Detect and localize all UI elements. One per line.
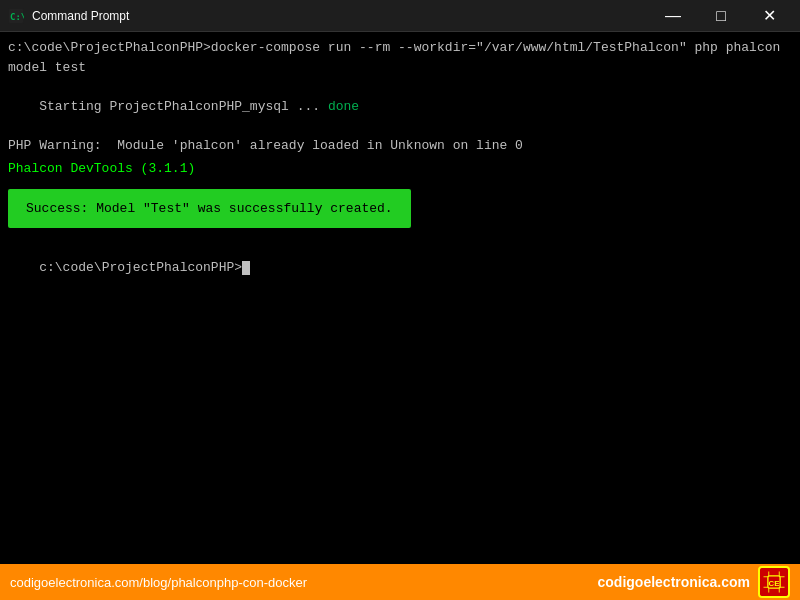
svg-text:CE: CE: [769, 579, 780, 588]
cursor: [242, 261, 250, 275]
success-container: Success: Model "Test" was successfully c…: [8, 183, 792, 239]
done-text: done: [328, 99, 359, 114]
success-box: Success: Model "Test" was successfully c…: [8, 189, 411, 229]
footer-logo: CE: [758, 566, 790, 598]
terminal-area: c:\code\ProjectPhalconPHP>docker-compose…: [0, 32, 800, 564]
titlebar: C:\ Command Prompt — □ ✕: [0, 0, 800, 32]
devtools-line: Phalcon DevTools (3.1.1): [8, 159, 792, 179]
footer-right: codigoelectronica.com CE: [598, 566, 790, 598]
maximize-button[interactable]: □: [698, 0, 744, 32]
titlebar-controls: — □ ✕: [650, 0, 792, 32]
minimize-button[interactable]: —: [650, 0, 696, 32]
close-button[interactable]: ✕: [746, 0, 792, 32]
footer-url: codigoelectronica.com/blog/phalconphp-co…: [10, 575, 307, 590]
warning-line: PHP Warning: Module 'phalcon' already lo…: [8, 136, 792, 156]
svg-text:C:\: C:\: [10, 12, 24, 22]
cmd-icon: C:\: [8, 8, 24, 24]
footer-brand: codigoelectronica.com: [598, 574, 750, 590]
footer: codigoelectronica.com/blog/phalconphp-co…: [0, 564, 800, 600]
titlebar-title: Command Prompt: [32, 9, 650, 23]
starting-line: Starting ProjectPhalconPHP_mysql ... don…: [8, 77, 792, 136]
command-line: c:\code\ProjectPhalconPHP>docker-compose…: [8, 38, 792, 77]
prompt-line: c:\code\ProjectPhalconPHP>: [8, 238, 792, 297]
